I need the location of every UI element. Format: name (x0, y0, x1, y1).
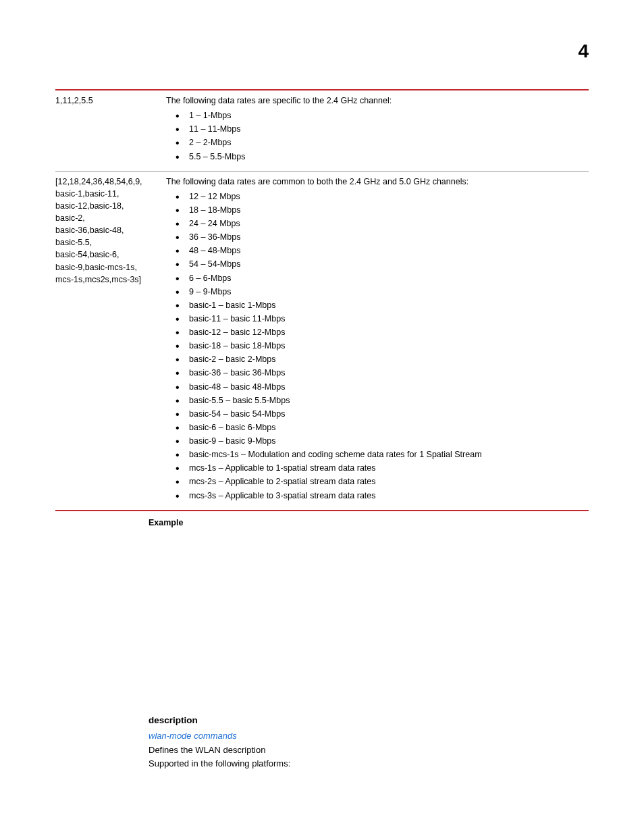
list-item: 1 – 1-Mbps (173, 109, 589, 122)
wlan-mode-link[interactable]: wlan-mode commands (149, 731, 589, 741)
list-item: mcs-2s – Applicable to 2-spatial stream … (173, 475, 589, 488)
list-item: basic-11 – basic 11-Mbps (173, 313, 589, 325)
row1-intro: The following data rates are specific to… (166, 95, 589, 107)
list-item: 18 – 18-Mbps (173, 204, 589, 216)
row2-right: The following data rates are common to b… (166, 176, 589, 503)
section-heading: description (149, 715, 589, 725)
list-item: 36 – 36-Mbps (173, 231, 589, 243)
list-item: 11 – 11-Mbps (173, 123, 589, 135)
body-line-2: Supported in the following platforms: (149, 758, 589, 768)
list-item: 48 – 48-Mbps (173, 244, 589, 257)
list-item: basic-1 – basic 1-Mbps (173, 299, 589, 311)
list-item: basic-5.5 – basic 5.5-Mbps (173, 394, 589, 407)
list-item: basic-54 – basic 54-Mbps (173, 408, 589, 420)
page-number: 4 (55, 41, 589, 62)
list-item: 12 – 12 Mbps (173, 190, 589, 203)
list-item: mcs-1s – Applicable to 1-spatial stream … (173, 462, 589, 474)
row2-list: 12 – 12 Mbps 18 – 18-Mbps 24 – 24 Mbps 3… (166, 190, 589, 502)
list-item: 9 – 9-Mbps (173, 286, 589, 298)
list-item: 54 – 54-Mbps (173, 258, 589, 270)
list-item: basic-36 – basic 36-Mbps (173, 367, 589, 379)
list-item: basic-2 – basic 2-Mbps (173, 353, 589, 365)
table-row-2: [12,18,24,36,48,54,6,9, basic-1,basic-11… (55, 172, 589, 510)
list-item: basic-6 – basic 6-Mbps (173, 421, 589, 434)
list-item: 5.5 – 5.5-Mbps (173, 151, 589, 163)
list-item: mcs-3s – Applicable to 3-spatial stream … (173, 490, 589, 502)
row1-right: The following data rates are specific to… (166, 95, 589, 164)
body-line-1: Defines the WLAN description (149, 745, 589, 755)
list-item: basic-9 – basic 9-Mbps (173, 435, 589, 447)
list-item: basic-18 – basic 18-Mbps (173, 340, 589, 352)
list-item: basic-12 – basic 12-Mbps (173, 326, 589, 338)
list-item: basic-mcs-1s – Modulation and coding sch… (173, 448, 589, 461)
bottom-divider (55, 510, 589, 511)
row1-left: 1,11,2,5.5 (55, 95, 166, 164)
row2-left: [12,18,24,36,48,54,6,9, basic-1,basic-11… (55, 176, 166, 503)
table-row-1: 1,11,2,5.5 The following data rates are … (55, 90, 589, 171)
row2-intro: The following data rates are common to b… (166, 176, 589, 188)
list-item: 24 – 24 Mbps (173, 217, 589, 230)
list-item: 2 – 2-Mbps (173, 136, 589, 149)
row1-list: 1 – 1-Mbps 11 – 11-Mbps 2 – 2-Mbps 5.5 –… (166, 109, 589, 163)
example-heading: Example (149, 518, 589, 527)
list-item: basic-48 – basic 48-Mbps (173, 381, 589, 393)
list-item: 6 – 6-Mbps (173, 272, 589, 284)
